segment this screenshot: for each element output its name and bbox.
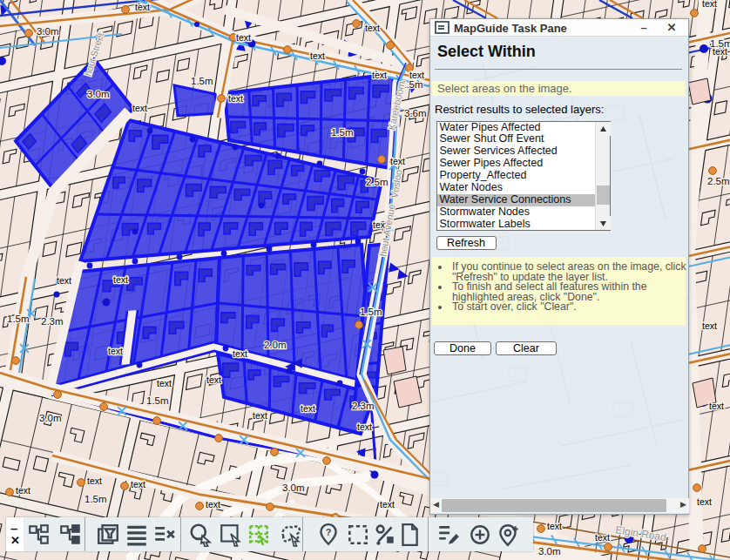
svg-text:text: text	[108, 346, 123, 356]
svg-text:?: ?	[326, 527, 332, 537]
svg-text:1.5m: 1.5m	[146, 395, 169, 406]
svg-text:text: text	[709, 401, 724, 411]
svg-text:text: text	[372, 70, 387, 80]
svg-text:text: text	[236, 32, 251, 43]
svg-text:2.3m: 2.3m	[352, 401, 375, 411]
svg-text:1.5m: 1.5m	[7, 314, 30, 324]
svg-text:1.5m: 1.5m	[84, 494, 107, 504]
svg-text:2.5m: 2.5m	[366, 177, 389, 187]
svg-text:text: text	[157, 378, 172, 388]
svg-text:1.5m: 1.5m	[331, 127, 354, 138]
svg-text:text: text	[228, 93, 243, 104]
svg-text:text: text	[132, 103, 147, 113]
svg-text:text: text	[233, 348, 247, 359]
svg-text:text: text	[702, 0, 717, 9]
svg-text:text: text	[131, 479, 145, 489]
svg-text:text: text	[206, 499, 220, 509]
svg-text:text: text	[206, 374, 221, 385]
svg-text:3.6m: 3.6m	[404, 108, 427, 118]
svg-text:text: text	[87, 476, 102, 486]
svg-text:text: text	[595, 532, 610, 543]
svg-text:2.5m: 2.5m	[707, 176, 730, 186]
svg-text:text: text	[135, 2, 150, 12]
svg-text:1.5m: 1.5m	[360, 307, 382, 317]
svg-text:text: text	[310, 51, 325, 61]
svg-text:text: text	[16, 485, 30, 496]
svg-text:text: text	[113, 274, 128, 285]
svg-text:text: text	[380, 499, 395, 509]
svg-text:2.0m: 2.0m	[264, 340, 287, 350]
svg-text:text: text	[301, 403, 315, 414]
svg-text:text: text	[365, 23, 380, 33]
svg-text:text: text	[702, 320, 717, 331]
svg-text:3.0m: 3.0m	[39, 413, 62, 423]
svg-text:3.0m: 3.0m	[538, 546, 561, 557]
svg-text:1.5m: 1.5m	[710, 38, 730, 49]
svg-text:text: text	[357, 422, 372, 432]
svg-text:text: text	[547, 521, 562, 531]
svg-text:text: text	[697, 496, 712, 507]
svg-text:text: text	[390, 156, 405, 166]
svg-text:text: text	[253, 410, 267, 421]
svg-text:1.5m: 1.5m	[191, 76, 213, 86]
svg-text:text: text	[57, 275, 71, 286]
svg-text:3.0m: 3.0m	[282, 482, 305, 493]
svg-text:2.3m: 2.3m	[41, 316, 64, 327]
svg-text:3.0m: 3.0m	[87, 89, 110, 99]
svg-text:3.0m: 3.0m	[37, 26, 59, 37]
